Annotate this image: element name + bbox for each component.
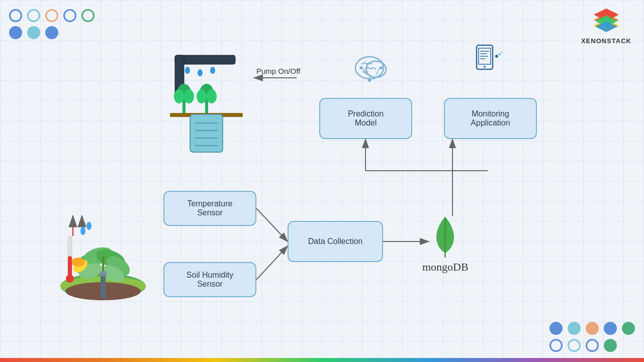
svg-rect-49 (190, 114, 223, 152)
svg-point-72 (80, 227, 85, 235)
svg-rect-24 (477, 45, 493, 69)
svg-point-18 (359, 66, 362, 69)
temperature-sensor-label: TemperatureSensor (188, 199, 233, 217)
monitoring-application-box: MonitoringApplication (444, 98, 537, 139)
svg-point-65 (71, 258, 85, 267)
svg-point-73 (86, 222, 91, 230)
svg-rect-67 (100, 271, 107, 276)
svg-point-42 (174, 89, 184, 103)
svg-point-46 (197, 89, 207, 103)
svg-point-20 (368, 79, 371, 82)
svg-point-19 (380, 66, 383, 69)
irrigation-illustration-icon (160, 40, 253, 156)
plant-sensor-illustration-icon (53, 186, 153, 306)
svg-rect-69 (68, 256, 72, 276)
monitoring-application-label: MonitoringApplication (471, 109, 510, 128)
svg-point-47 (207, 89, 217, 103)
monitoring-icon (468, 40, 508, 80)
data-collection-box: Data Collection (288, 221, 383, 262)
svg-point-28 (499, 53, 501, 55)
svg-line-10 (256, 208, 288, 242)
prediction-model-box: PredictionModel (319, 98, 412, 139)
svg-line-22 (376, 68, 380, 75)
mongodb-text: mongoDB (422, 261, 469, 274)
svg-point-39 (210, 67, 215, 74)
data-collection-label: Data Collection (308, 237, 363, 246)
temperature-sensor-box: TemperatureSensor (163, 191, 256, 226)
svg-line-11 (256, 246, 288, 280)
arrows-svg (0, 0, 644, 362)
prediction-model-label: PredictionModel (348, 109, 384, 128)
svg-point-27 (495, 55, 498, 58)
main-diagram: PredictionModel MonitoringApplication Da… (0, 0, 644, 362)
svg-point-26 (484, 66, 486, 68)
soil-humidity-sensor-label: Soil HumiditySensor (187, 271, 233, 289)
svg-point-37 (185, 67, 190, 74)
pump-label: Pump On/Off (256, 67, 300, 75)
mongodb-container: mongoDB (422, 216, 469, 274)
mongodb-leaf-icon (431, 216, 459, 259)
svg-point-70 (66, 275, 74, 283)
svg-rect-66 (101, 274, 106, 299)
svg-point-29 (501, 52, 503, 53)
brain-icon (352, 50, 392, 90)
svg-point-43 (184, 89, 194, 103)
svg-point-38 (198, 69, 203, 76)
soil-humidity-sensor-box: Soil HumiditySensor (163, 262, 256, 297)
